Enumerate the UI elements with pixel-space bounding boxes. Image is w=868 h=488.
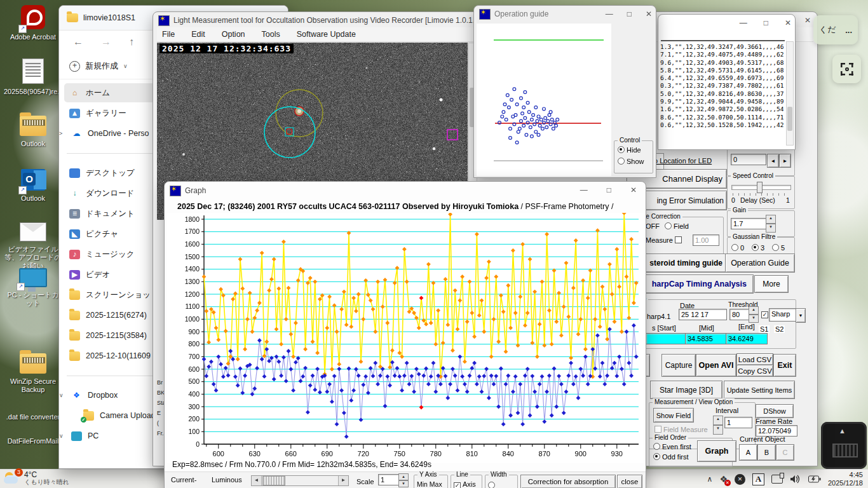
threshold-spinner[interactable]: ▲▼ [749, 306, 759, 323]
battery-icon[interactable] [808, 475, 821, 483]
frame-hscrollbar[interactable]: ◄ ► [251, 475, 349, 486]
minimize-icon[interactable]: — [606, 10, 613, 18]
desktop-icon[interactable]: O↗Outlook [4, 169, 62, 203]
desktop-icon[interactable]: Outlook [4, 116, 62, 148]
desktop-icon[interactable]: .dat file converter [4, 412, 62, 421]
data-window-titlebar[interactable]: —□✕ [658, 15, 795, 30]
close-icon[interactable]: ✕ [785, 18, 791, 27]
dropbox-tray-icon[interactable]: ❖✕ [719, 474, 728, 484]
ime-atok-icon[interactable]: A [752, 473, 764, 485]
sidebar-item-folder[interactable]: 2025-1215(3584) [64, 326, 165, 345]
gamma-measure-cb[interactable]: Measure [646, 236, 684, 244]
gain-spinner[interactable]: ▲▼ [766, 215, 776, 233]
width-radio[interactable] [488, 482, 497, 488]
gain-input[interactable] [731, 218, 766, 229]
rotate-right-arrow[interactable]: ► [779, 154, 791, 168]
open-avi-button[interactable]: Open AVI [696, 354, 736, 377]
sidebar-item-desktop[interactable]: デスクトップ [64, 163, 165, 182]
graph-titlebar[interactable]: Graph —□✕ [165, 182, 646, 200]
gaussian-0-radio[interactable]: 0 [731, 244, 744, 252]
tray-close-circle-icon[interactable]: ✕ [735, 474, 745, 485]
show-field-button[interactable]: Show Field [653, 408, 694, 423]
up-icon[interactable]: ↑ [129, 36, 134, 48]
field-measure-cb[interactable]: Field Measure [654, 426, 708, 433]
expander-chevron-icon[interactable]: ∨ [59, 392, 65, 398]
tray-chevron-icon[interactable]: ∧ [707, 475, 713, 484]
sharp-checkbox[interactable]: ✓ [761, 311, 768, 318]
interval-spinner[interactable]: ▲▼ [713, 416, 723, 435]
time-start-field[interactable] [646, 333, 686, 344]
scroll-right-arrow[interactable]: ► [338, 476, 348, 485]
sidebar-item-download[interactable]: ↓ダウンロード [64, 184, 165, 203]
exit-button[interactable]: Exit [773, 354, 796, 377]
close-button[interactable]: close [617, 475, 642, 488]
limovie-close-icon[interactable]: ✕ [804, 16, 811, 25]
close-icon[interactable]: ✕ [646, 10, 652, 18]
object-b-button[interactable]: B [757, 444, 776, 461]
scale-spinner[interactable]: ▲▼ [398, 473, 409, 487]
close-icon[interactable]: ✕ [630, 186, 637, 194]
dropdown-arrow-icon[interactable]: ▼ [796, 308, 806, 323]
scroll-left-arrow[interactable]: ◄ [252, 476, 262, 485]
dshow-button[interactable]: DShow [756, 404, 794, 418]
menu-file[interactable]: File [162, 30, 175, 39]
more-button[interactable]: More [754, 275, 789, 293]
gamma-value-input[interactable] [693, 234, 719, 246]
expander-chevron-icon[interactable]: ∨ [59, 433, 65, 439]
odd-first-radio[interactable]: Odd first [653, 453, 689, 461]
sidebar-item-dropbox[interactable]: ∨❖Dropbox [64, 386, 165, 405]
gaussian-5-radio[interactable]: 5 [772, 244, 785, 252]
field-rotate-input[interactable] [731, 154, 766, 165]
capture-button[interactable]: Capture [661, 354, 696, 377]
maximize-icon[interactable]: □ [607, 186, 611, 194]
display-tray-icon[interactable] [771, 475, 783, 484]
star-image-3d-button[interactable]: Star Image [3D] [650, 381, 722, 399]
explorer-tab-title[interactable]: limovie1018S1 [83, 13, 135, 22]
correction-for-absorption-button[interactable]: Correction for absorption [520, 475, 616, 488]
desktop-icon[interactable]: ↗PC - ショートカット [4, 268, 62, 308]
gamma-field-radio[interactable]: Field [665, 222, 689, 230]
maximize-icon[interactable]: □ [764, 18, 768, 27]
show-radio[interactable]: Show [618, 158, 644, 165]
sidebar-item-onedrive[interactable]: >☁OneDrive - Perso [64, 124, 165, 143]
sidebar-item-folder[interactable]: スクリーンショット [64, 285, 165, 304]
csv-text-area[interactable]: 1.3,"",12,32,49.3247,49.3661,,,,467.1,""… [660, 43, 786, 147]
interval-input[interactable] [724, 417, 752, 428]
object-a-button[interactable]: A [739, 444, 757, 461]
opguide-titlebar[interactable]: Operation guide —□✕ [474, 6, 656, 22]
gaussian-3-radio[interactable]: 3 [752, 244, 764, 252]
scrollbar-thumb[interactable] [787, 107, 792, 131]
menu-tools[interactable]: Tools [262, 30, 280, 39]
menu-option[interactable]: Option [222, 30, 245, 39]
scale-input[interactable] [378, 474, 400, 485]
sharpcap-timing-analysis-button[interactable]: harpCap Timing Analysis [628, 274, 754, 294]
back-icon[interactable]: ← [73, 36, 83, 48]
sidebar-item-video[interactable]: ▶ビデオ [64, 265, 165, 284]
desktop-icon[interactable]: DatFileFromMail [4, 436, 62, 445]
scrollbar-thumb[interactable] [262, 476, 285, 485]
sidebar-item-folder[interactable]: 2025-12-10(11609 [64, 346, 165, 365]
operation-guide-button[interactable]: Operation Guide [725, 254, 795, 273]
sharp-dropdown[interactable]: Sharp [769, 308, 798, 322]
taskbar-clock[interactable]: 4:45 2025/12/18 [828, 471, 863, 487]
location-led-label[interactable]: o Location for LED [654, 157, 712, 165]
forward-icon[interactable]: → [101, 36, 111, 48]
graph-button[interactable]: Graph [697, 440, 736, 462]
hide-radio[interactable]: Hide [618, 146, 641, 154]
threshold-input[interactable] [729, 309, 750, 320]
minmax-label[interactable]: Min Max [417, 480, 442, 488]
minimize-icon[interactable]: — [740, 18, 747, 27]
even-first-radio[interactable]: Even first [653, 443, 691, 451]
sidebar-item-home[interactable]: ⌂ホーム [64, 83, 165, 102]
sidebar-item-gallery[interactable]: ▲ギャラリー [64, 104, 165, 123]
desktop-icon[interactable]: 202558(90547)re... [4, 58, 62, 96]
data-vscrollbar[interactable] [786, 41, 794, 146]
time-end-field[interactable] [726, 333, 768, 344]
update-setting-items-button[interactable]: Update Setting Items [724, 381, 795, 399]
menu-software-update[interactable]: Software Update [297, 30, 356, 39]
menu-edit[interactable]: Edit [191, 30, 205, 39]
sidebar-item-document[interactable]: ≡ドキュメント [64, 204, 165, 223]
screen-capture-button[interactable] [832, 55, 861, 83]
date-input[interactable] [679, 309, 727, 320]
expander-chevron-icon[interactable]: > [59, 130, 65, 137]
